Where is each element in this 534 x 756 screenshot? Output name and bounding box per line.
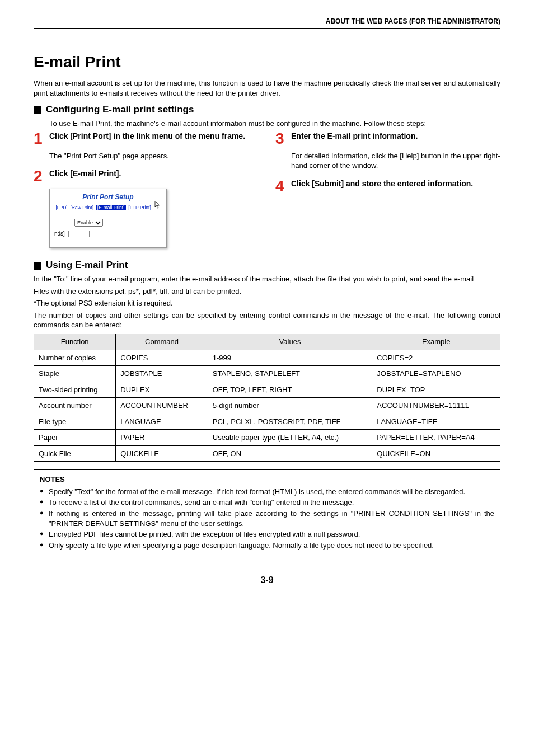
cell: 1-999 bbox=[208, 350, 372, 366]
screenshot-title: Print Port Setup bbox=[54, 192, 162, 201]
cell: PAPER=LETTER, PAPER=A4 bbox=[372, 430, 500, 446]
page-number: 3-9 bbox=[34, 574, 500, 586]
cell: ACCOUNTNUMBER=11111 bbox=[372, 398, 500, 414]
screenshot-nds-label: nds] bbox=[54, 230, 65, 238]
cell: OFF, TOP, LEFT, RIGHT bbox=[208, 382, 372, 398]
step-title: Click [Print Port] in the link menu of t… bbox=[49, 131, 245, 147]
table-row: Staple JOBSTAPLE STAPLENO, STAPLELEFT JO… bbox=[34, 366, 500, 382]
step-number: 1 bbox=[34, 131, 45, 147]
list-item: Only specify a file type when specifying… bbox=[40, 541, 494, 551]
cell: DUPLEX=TOP bbox=[372, 382, 500, 398]
list-item: To receive a list of the control command… bbox=[40, 497, 494, 508]
cell: LANGUAGE=TIFF bbox=[372, 414, 500, 430]
step-number: 3 bbox=[275, 131, 287, 147]
notes-box: NOTES Specify "Text" for the format of t… bbox=[34, 469, 500, 557]
table-header-row: Function Command Values Example bbox=[34, 334, 500, 350]
cell: 5-digit number bbox=[208, 398, 372, 414]
screenshot-enable-select[interactable]: Enable bbox=[74, 219, 103, 227]
screenshot-link-rawprint[interactable]: [Raw Print] bbox=[71, 205, 94, 210]
using-p4: The number of copies and other settings … bbox=[34, 311, 500, 330]
steps-left-column: 1 Click [Print Port] in the link menu of… bbox=[34, 131, 259, 248]
step-3-body: For detailed information, click the [Hel… bbox=[291, 151, 500, 171]
list-item: If nothing is entered in the message, pr… bbox=[40, 509, 494, 528]
screenshot-nds-input[interactable] bbox=[68, 231, 90, 237]
screenshot-links-row: [LPD] [Raw Print] [E-mail Print] [FTP Pr… bbox=[54, 201, 162, 212]
section-heading-text: Using E-mail Print bbox=[46, 259, 128, 272]
page-title: E-mail Print bbox=[34, 51, 500, 73]
screenshot-divider bbox=[54, 213, 162, 213]
screenshot-link-lpd[interactable]: [LPD] bbox=[55, 205, 67, 210]
section-heading-text: Configuring E-mail print settings bbox=[46, 104, 194, 116]
cell: PAPER bbox=[116, 430, 208, 446]
table-row: Number of copies COPIES 1-999 COPIES=2 bbox=[34, 350, 500, 366]
screenshot-link-emailprint[interactable]: [E-mail Print] bbox=[96, 205, 126, 210]
cell: File type bbox=[34, 414, 116, 430]
cell: DUPLEX bbox=[116, 382, 208, 398]
cell: OFF, ON bbox=[208, 445, 372, 462]
cell: COPIES=2 bbox=[372, 350, 500, 366]
intro-paragraph: When an e-mail account is set up for the… bbox=[34, 78, 500, 98]
cell: Two-sided printing bbox=[34, 382, 116, 398]
cell: QUICKFILE=ON bbox=[372, 445, 500, 462]
section1-lead: To use E-mail Print, the machine's e-mai… bbox=[49, 119, 500, 129]
screenshot-enable-row: Enable bbox=[54, 219, 162, 227]
list-item: Encrypted PDF files cannot be printed, w… bbox=[40, 529, 494, 539]
step-title: Click [E-mail Print]. bbox=[49, 168, 121, 184]
notes-title: NOTES bbox=[40, 475, 494, 485]
step-title: Enter the E-mail print information. bbox=[291, 131, 418, 147]
commands-table: Function Command Values Example Number o… bbox=[34, 334, 500, 462]
th-function: Function bbox=[34, 334, 116, 350]
step-3: 3 Enter the E-mail print information. bbox=[275, 131, 500, 147]
page-header: ABOUT THE WEB PAGES (FOR THE ADMINISTRAT… bbox=[34, 17, 500, 29]
cell: ACCOUNTNUMBER bbox=[116, 398, 208, 414]
cell: Account number bbox=[34, 398, 116, 414]
cell: COPIES bbox=[116, 350, 208, 366]
steps-two-column: 1 Click [Print Port] in the link menu of… bbox=[34, 131, 500, 248]
th-values: Values bbox=[208, 334, 372, 350]
table-row: Two-sided printing DUPLEX OFF, TOP, LEFT… bbox=[34, 382, 500, 398]
th-command: Command bbox=[116, 334, 208, 350]
steps-right-column: 3 Enter the E-mail print information. Fo… bbox=[275, 131, 500, 248]
step-1: 1 Click [Print Port] in the link menu of… bbox=[34, 131, 259, 147]
list-item: Specify "Text" for the format of the e-m… bbox=[40, 487, 494, 497]
cell: Useable paper type (LETTER, A4, etc.) bbox=[208, 430, 372, 446]
section-using-heading: Using E-mail Print bbox=[34, 259, 500, 272]
using-p1: In the "To:" line of your e-mail program… bbox=[34, 274, 500, 284]
step-2: 2 Click [E-mail Print]. bbox=[34, 168, 259, 184]
notes-list: Specify "Text" for the format of the e-m… bbox=[40, 487, 494, 550]
step-1-body: The "Print Port Setup" page appears. bbox=[49, 151, 259, 161]
using-p2: Files with the extensions pcl, ps*, pdf*… bbox=[34, 287, 500, 297]
cell: Quick File bbox=[34, 445, 116, 462]
screenshot-nds-row: nds] bbox=[54, 230, 162, 238]
screenshot-link-ftpprint[interactable]: [FTP Print] bbox=[128, 205, 151, 210]
section-configuring-heading: Configuring E-mail print settings bbox=[34, 104, 500, 116]
table-row: Account number ACCOUNTNUMBER 5-digit num… bbox=[34, 398, 500, 414]
cell: QUICKFILE bbox=[116, 445, 208, 462]
using-p3: *The optional PS3 extension kit is requi… bbox=[34, 298, 500, 308]
th-example: Example bbox=[372, 334, 500, 350]
cell: STAPLENO, STAPLELEFT bbox=[208, 366, 372, 382]
cell: PCL, PCLXL, POSTSCRIPT, PDF, TIFF bbox=[208, 414, 372, 430]
cell: Number of copies bbox=[34, 350, 116, 366]
step-number: 2 bbox=[34, 168, 45, 184]
cell: Paper bbox=[34, 430, 116, 446]
cell: JOBSTAPLE=STAPLENO bbox=[372, 366, 500, 382]
square-bullet-icon bbox=[34, 106, 41, 114]
table-row: Quick File QUICKFILE OFF, ON QUICKFILE=O… bbox=[34, 445, 500, 462]
square-bullet-icon bbox=[34, 262, 41, 270]
cell: LANGUAGE bbox=[116, 414, 208, 430]
cell: Staple bbox=[34, 366, 116, 382]
table-row: File type LANGUAGE PCL, PCLXL, POSTSCRIP… bbox=[34, 414, 500, 430]
print-port-setup-screenshot: Print Port Setup [LPD] [Raw Print] [E-ma… bbox=[49, 189, 167, 248]
step-number: 4 bbox=[275, 179, 287, 194]
step-4: 4 Click [Submit] and store the entered i… bbox=[275, 179, 500, 194]
cursor-icon bbox=[153, 201, 161, 209]
cell: JOBSTAPLE bbox=[116, 366, 208, 382]
table-row: Paper PAPER Useable paper type (LETTER, … bbox=[34, 430, 500, 446]
step-title: Click [Submit] and store the entered inf… bbox=[291, 179, 473, 194]
